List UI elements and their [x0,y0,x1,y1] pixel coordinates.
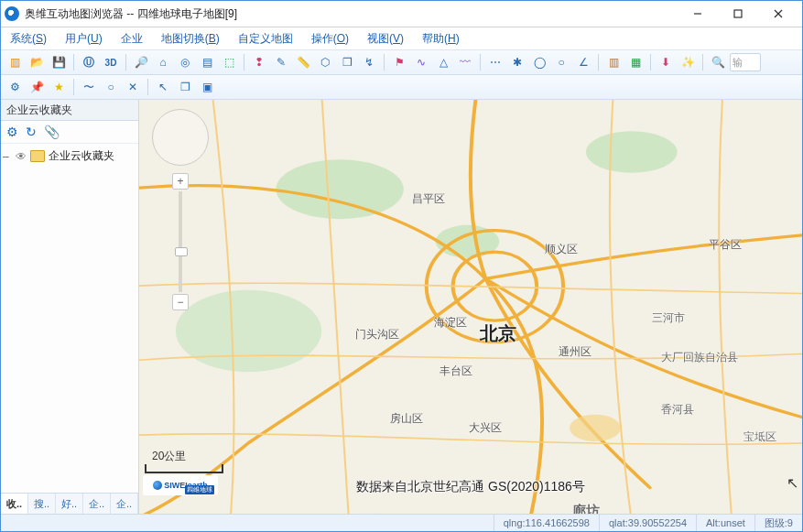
circle-icon[interactable]: ○ [551,52,571,72]
mesh-icon[interactable]: ✱ [507,52,527,72]
wand-icon[interactable]: ✨ [678,52,698,72]
tree-item-label: 企业云收藏夹 [49,148,114,164]
polygon-icon[interactable]: △ [433,52,453,72]
star-icon[interactable]: ★ [49,77,69,97]
circle2-icon[interactable]: ○ [101,77,121,97]
dotline-icon[interactable]: ⋯ [485,52,505,72]
zoom-slider[interactable]: + − [176,173,185,310]
place-label: 平谷区 [709,237,742,253]
place-label: 门头沟区 [355,327,399,342]
zoom-in-button[interactable]: + [172,173,189,190]
eye-icon[interactable]: 👁 [16,150,27,163]
maximize-button[interactable] [718,1,758,27]
menu-system[interactable]: 系统(S) [1,27,56,49]
edit-icon[interactable]: ✎ [271,52,291,72]
pin-icon[interactable]: ❢ [249,52,269,72]
layers-icon[interactable]: ▤ [197,52,217,72]
compass-icon[interactable] [152,109,209,166]
globe-3d-icon[interactable]: 3D [101,52,121,72]
cursor-icon: ↖ [787,474,798,492]
refresh-icon[interactable]: ↻ [26,125,37,139]
sidebar-tab-search[interactable]: 搜.. [28,494,56,514]
svg-point-5 [276,159,403,219]
download-map-icon[interactable]: ⬇ [656,52,676,72]
zoom-thumb[interactable] [175,247,188,256]
status-lng: qlng:116.41662598 [494,515,599,531]
map-canvas[interactable]: + − 北京 昌平区顺义区平谷区海淀区门头沟区通州区丰台区房山区大兴区三河市大厂… [139,100,802,514]
sidebar-tools: ⚙ ↻ 📎 [1,121,138,144]
toolbar-secondary: ⚙ 📌 ★ 〜 ○ ✕ ↖ ❐ ▣ [1,75,802,100]
cube-icon[interactable]: ❒ [337,52,357,72]
new-file-icon[interactable]: ▥ [5,52,25,72]
open-folder-icon[interactable]: 📂 [27,52,47,72]
home-icon[interactable]: ⌂ [153,52,173,72]
scale-bar: 20公里 [145,449,223,473]
place-label: 海淀区 [434,315,467,331]
place-label: 宝坻区 [743,429,776,445]
target-icon[interactable]: ◎ [175,52,195,72]
grid-icon[interactable]: ▦ [625,52,646,72]
place-label: 大兴区 [469,420,502,436]
sidebar: 企业云收藏夹 ⚙ ↻ 📎 – 👁 企业云收藏夹 收.. 搜.. 好.. 企.. [1,100,139,514]
place-label: 房山区 [390,411,423,427]
pushpin-icon[interactable]: 📌 [27,77,47,97]
polyline-icon[interactable]: ∿ [411,52,431,72]
globe-u-icon[interactable]: Ⓤ [79,52,99,72]
pointer-icon[interactable]: ↖ [153,77,173,97]
path-icon[interactable]: 〜 [79,77,99,97]
stack-icon[interactable]: ▣ [197,77,217,97]
menu-custommap[interactable]: 自定义地图 [229,27,302,49]
bounds-icon[interactable]: ⬚ [219,52,239,72]
menu-help[interactable]: 帮助(H) [413,27,469,49]
sidebar-tab-friend[interactable]: 好.. [56,494,83,514]
find-icon[interactable]: 🔎 [131,52,151,72]
place-label: 涿州市 [348,512,381,514]
gear-icon[interactable]: ⚙ [5,77,25,97]
provider-logo-icon [153,481,162,490]
sidebar-header: 企业云收藏夹 [1,100,138,121]
place-label: 昌平区 [412,191,445,207]
app-icon [5,6,19,21]
sidebar-tab-ent2[interactable]: 企.. [111,494,138,514]
gear-icon[interactable]: ⚙ [6,125,18,139]
curve-icon[interactable]: 〰 [455,52,475,72]
ruler-icon[interactable]: 📏 [293,52,313,72]
tree-item[interactable]: – 👁 企业云收藏夹 [3,147,136,165]
status-zoom: 图级:9 [754,515,802,531]
cross-icon[interactable]: ✕ [123,77,143,97]
place-label: 丰台区 [439,364,472,379]
statusbar: qlng:116.41662598 qlat:39.90552254 Alt:u… [1,514,802,531]
flag-icon[interactable]: ⚑ [389,52,409,72]
place-label: 大厂回族自治县 [661,350,738,365]
city-label-beijing: 北京 [480,321,516,346]
favorites-tree[interactable]: – 👁 企业云收藏夹 [1,144,138,493]
provider-sub: 四维地球 [185,485,214,494]
attach-icon[interactable]: 📎 [44,125,60,139]
route-icon[interactable]: ↯ [359,52,379,72]
minimize-button[interactable] [678,1,718,27]
folder-icon [30,150,45,162]
hex-icon[interactable]: ⬡ [315,52,335,72]
menu-user[interactable]: 用户(U) [56,27,112,49]
scale-label: 20公里 [145,449,186,464]
zoom-out-button[interactable]: − [172,294,189,310]
menu-view[interactable]: 视图(V) [358,27,413,49]
menu-actions[interactable]: 操作(O) [302,27,358,49]
place-label: 三河市 [652,310,685,326]
toolbar-search-input[interactable] [730,53,761,71]
columns-icon[interactable]: ▥ [603,52,624,72]
sidebar-tab-fav[interactable]: 收.. [1,494,28,514]
sidebar-tab-ent1[interactable]: 企.. [83,494,111,514]
app-window: 奥维互动地图浏览器 -- 四维地球电子地图[9] 系统(S) 用户(U) 企业 … [0,0,803,532]
map-attribution: 数据来自北京世纪高通 GS(2020)1186号 [356,479,585,495]
oval-icon[interactable]: ◯ [529,52,549,72]
close-button[interactable] [758,1,798,27]
menu-mapswitch[interactable]: 地图切换(B) [152,27,229,49]
angle-icon[interactable]: ∠ [573,52,593,72]
search-icon[interactable]: 🔍 [708,52,728,72]
layers2-icon[interactable]: ❐ [175,77,195,97]
expand-icon[interactable]: – [3,150,12,163]
save-icon[interactable]: 💾 [49,52,69,72]
menu-enterprise[interactable]: 企业 [112,27,152,49]
body: 企业云收藏夹 ⚙ ↻ 📎 – 👁 企业云收藏夹 收.. 搜.. 好.. 企.. [1,100,802,514]
